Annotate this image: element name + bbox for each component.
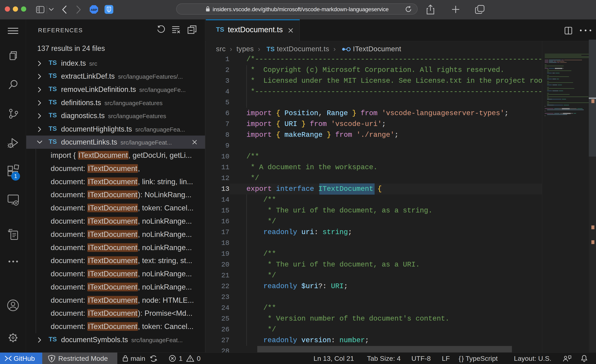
- svg-text:ABP: ABP: [91, 8, 97, 11]
